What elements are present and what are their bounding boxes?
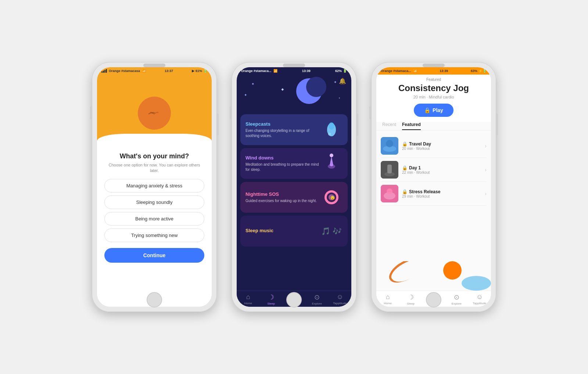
moon-shadow	[306, 77, 326, 97]
phone-1-speaker	[143, 64, 165, 67]
featured-badge: Featured	[426, 78, 441, 82]
phone-1-screen: Orange #stamacasa 📶 13:37 ▶ 61% 🔋	[97, 67, 212, 307]
svg-point-0	[150, 112, 152, 113]
sun-illustration	[138, 97, 171, 130]
sleepcasts-card[interactable]: Sleepcasts Ever-changing storytelling in…	[240, 114, 348, 145]
featured-title: Consistency Jog	[398, 83, 469, 93]
card-text-2: Wind downs Meditation and breathing to p…	[245, 155, 320, 172]
workout-item-3[interactable]: 🔒 Stress Release 29 min · Workout ›	[381, 182, 487, 206]
tab-featured[interactable]: Featured	[402, 122, 421, 130]
home-icon-3: ⌂	[386, 293, 390, 301]
deco-orange-circle	[443, 261, 462, 280]
battery-icon-3: ⚡🔋	[478, 69, 487, 73]
clock: 13:37	[165, 69, 173, 73]
tab-recent[interactable]: Recent	[382, 122, 396, 130]
phone-3-screen: Orange #stamaca... 📶 13:39 63% ⚡🔋 Featur…	[376, 67, 491, 307]
workout-meta-1: 20 min · Workout	[402, 147, 481, 151]
tab-tapptitude-3[interactable]: ☺ Tapptitude	[468, 293, 491, 305]
option-new[interactable]: Trying something new	[104, 229, 204, 242]
status-right-3: 63% ⚡🔋	[471, 69, 487, 73]
option-anxiety[interactable]: Managing anxiety & stress	[104, 179, 204, 193]
phone-3: Orange #stamaca... 📶 13:39 63% ⚡🔋 Featur…	[371, 62, 496, 312]
deco-curve	[385, 261, 426, 288]
winddowns-card[interactable]: Wind downs Meditation and breathing to p…	[240, 148, 348, 179]
battery-icon: 🔋	[203, 69, 207, 73]
nighttime-sos-card[interactable]: Nighttime SOS Guided exercises for wakin…	[240, 182, 348, 213]
location-icon: ▶	[192, 69, 194, 73]
explore-icon-2: ⊙	[314, 293, 320, 301]
tab-sleep-2[interactable]: ☽ Sleep	[259, 293, 282, 305]
home-button-1[interactable]	[147, 292, 162, 308]
phone-2-speaker	[283, 64, 305, 67]
nighttime-title: Nighttime SOS	[245, 191, 320, 197]
moon-illustration: 🔔 ✦ ✦ ✦ ✦ ⬥	[237, 75, 351, 111]
sleep-music-icon: 🎵 🎶	[320, 220, 343, 242]
status-left-2: Orange #stamaca... 📶	[241, 69, 277, 73]
lock-icon-1: 🔒	[402, 141, 408, 147]
option-sleeping[interactable]: Sleeping soundly	[104, 195, 204, 209]
tab-home-label-2: Home	[244, 302, 252, 305]
tab-home-2[interactable]: ⌂ Home	[237, 293, 259, 305]
workout-title-3: 🔒 Stress Release	[402, 189, 481, 194]
option-active[interactable]: Being more active	[104, 212, 204, 226]
card-text-4: Sleep music	[245, 228, 320, 235]
tab-explore-label-2: Explore	[312, 302, 322, 305]
page-subtitle: Choose one option for now. You can explo…	[104, 162, 204, 174]
workout-thumb-3	[381, 185, 398, 202]
workout-info-2: 🔒 Day 1 22 min · Workout	[402, 165, 481, 175]
featured-subtitle: 20 min · Mindful cardio	[413, 95, 454, 99]
phones-container: Orange #stamacasa 📶 13:37 ▶ 61% 🔋	[92, 62, 496, 312]
carrier-name: Orange #stamacasa	[109, 69, 140, 73]
tab-explore-3[interactable]: ⊙ Explore	[445, 293, 468, 305]
explore-icon-3: ⊙	[454, 293, 459, 301]
sleep-screen: Orange #stamaca... 📶 13:39 62% 🔋 🔔 ✦ ✦	[237, 67, 351, 307]
workout-title-1: 🔒 Travel Day	[402, 141, 481, 147]
sleep-music-card[interactable]: Sleep music 🎵 🎶	[240, 216, 348, 247]
tab-sleep-label-3: Sleep	[407, 302, 414, 305]
wifi-icon-3: 📶	[413, 69, 417, 73]
wifi-icon: 📶	[142, 69, 146, 73]
tab-tapptitude-label-2: Tapptitude	[333, 302, 347, 305]
page-title: What's on your mind?	[120, 152, 189, 160]
sleep-icon-3: ☽	[408, 293, 414, 301]
lock-icon-3-list: 🔒	[402, 189, 408, 194]
tab-home-label-3: Home	[384, 302, 392, 305]
chevron-2: ›	[485, 167, 487, 173]
card-text-3: Nighttime SOS Guided exercises for wakin…	[245, 191, 320, 204]
tab-sleep-3[interactable]: ☽ Sleep	[399, 293, 422, 305]
tab-sleep-label-2: Sleep	[267, 302, 275, 305]
home-icon-2: ⌂	[246, 293, 250, 301]
status-left-3: Orange #stamaca... 📶	[381, 69, 417, 73]
carrier-name-2: Orange #stamaca...	[241, 69, 272, 73]
workout-thumb-1	[381, 137, 398, 155]
workout-info-1: 🔒 Travel Day 20 min · Workout	[402, 141, 481, 151]
decorative-bottom	[376, 261, 491, 291]
hero-wave	[97, 134, 212, 148]
play-button[interactable]: 🔒 Play	[414, 104, 453, 117]
tab-tapptitude-2[interactable]: ☺ Tapptitude	[329, 293, 351, 305]
carrier-name-3: Orange #stamaca...	[381, 69, 411, 73]
content-tabs: Recent Featured	[376, 122, 491, 130]
home-button-2[interactable]	[286, 292, 302, 308]
battery-2: 62%	[335, 69, 342, 73]
tab-explore-2[interactable]: ⊙ Explore	[305, 293, 328, 305]
workout-item-1[interactable]: 🔒 Travel Day 20 min · Workout ›	[381, 134, 487, 158]
workout-item-2[interactable]: 🔒 Day 1 22 min · Workout ›	[381, 158, 487, 182]
bell-icon: 🔔	[339, 78, 346, 84]
winddowns-title: Wind downs	[245, 155, 320, 161]
status-right: ▶ 61% 🔋	[192, 69, 207, 73]
battery-3: 63%	[471, 69, 477, 73]
battery-level: 61%	[196, 69, 202, 73]
phone-1: Orange #stamacasa 📶 13:37 ▶ 61% 🔋	[92, 62, 217, 312]
tapptitude-icon-3: ☺	[476, 293, 483, 301]
nighttime-icon: 😴	[320, 186, 343, 208]
svg-text:😴: 😴	[330, 195, 335, 200]
hero-area	[97, 75, 212, 148]
svg-point-3	[329, 122, 334, 130]
workout-meta-2: 22 min · Workout	[402, 170, 481, 175]
star-4: ✦	[338, 97, 340, 99]
home-button-3[interactable]	[426, 292, 441, 308]
chevron-1: ›	[485, 143, 487, 149]
continue-button[interactable]: Continue	[104, 248, 204, 263]
tab-home-3[interactable]: ⌂ Home	[376, 293, 399, 305]
